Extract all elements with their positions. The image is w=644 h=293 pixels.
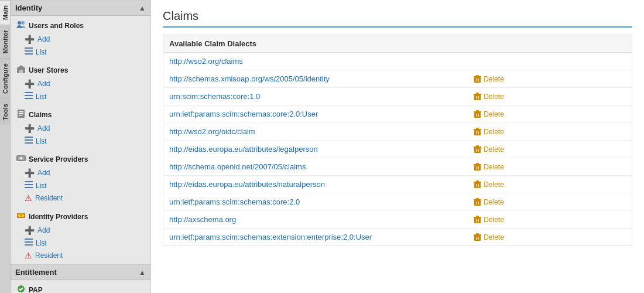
user-stores-label[interactable]: User Stores bbox=[11, 63, 150, 77]
delete-button[interactable]: Delete bbox=[474, 145, 504, 154]
svg-rect-56 bbox=[476, 145, 479, 146]
trash-icon bbox=[474, 92, 481, 101]
svg-point-1 bbox=[21, 21, 25, 25]
claim-url-link[interactable]: http://wso2.org/claims bbox=[169, 57, 243, 66]
users-list-label: List bbox=[36, 48, 47, 56]
users-roles-text: Users and Roles bbox=[29, 22, 84, 30]
delete-button[interactable]: Delete bbox=[474, 162, 504, 171]
sp-text: Service Providers bbox=[29, 155, 88, 163]
svg-rect-74 bbox=[474, 217, 481, 218]
table-row: urn:ietf:params:scim:schemas:core:2.0:Us… bbox=[163, 105, 632, 123]
claims-table: Available Claim Dialects http://wso2.org… bbox=[163, 35, 632, 246]
pap-label[interactable]: PAP bbox=[11, 282, 150, 293]
idp-add-icon: ➕ bbox=[25, 226, 35, 235]
claim-url-link[interactable]: http://schemas.xmlsoap.org/ws/2005/05/id… bbox=[169, 74, 330, 83]
claim-url-link[interactable]: http://eidas.europa.eu/attributes/natura… bbox=[169, 180, 325, 189]
delete-button[interactable]: Delete bbox=[474, 127, 504, 136]
stores-icon bbox=[16, 65, 26, 75]
claims-add-label: Add bbox=[37, 124, 50, 132]
claims-add-item[interactable]: ➕ Add bbox=[11, 122, 150, 135]
sp-label[interactable]: Service Providers bbox=[11, 152, 150, 166]
tab-main[interactable]: Main bbox=[0, 0, 10, 25]
claim-url-link[interactable]: urn:ietf:params:scim:schemas:core:2.0:Us… bbox=[169, 110, 318, 118]
sp-list-item[interactable]: List bbox=[11, 179, 150, 192]
delete-label: Delete bbox=[484, 128, 504, 136]
svg-rect-63 bbox=[478, 166, 479, 169]
svg-rect-36 bbox=[476, 75, 479, 76]
tab-tools[interactable]: Tools bbox=[0, 98, 10, 125]
identity-section-header[interactable]: Identity ▲ bbox=[11, 0, 150, 16]
idp-add-label: Add bbox=[37, 226, 50, 234]
claims-group-label[interactable]: Claims bbox=[11, 107, 150, 122]
delete-button[interactable]: Delete bbox=[474, 110, 504, 118]
svg-rect-50 bbox=[474, 130, 481, 135]
table-row: http://wso2.org/oidc/claimDelete bbox=[163, 123, 632, 141]
svg-rect-22 bbox=[25, 187, 33, 188]
svg-point-19 bbox=[20, 157, 22, 159]
claim-url-link[interactable]: http://eidas.europa.eu/attributes/legalp… bbox=[169, 145, 318, 154]
users-icon bbox=[16, 21, 26, 30]
delete-button[interactable]: Delete bbox=[474, 92, 504, 101]
stores-add-item[interactable]: ➕ Add bbox=[11, 77, 150, 90]
svg-rect-67 bbox=[476, 184, 477, 187]
svg-rect-37 bbox=[476, 79, 477, 81]
idp-list-item[interactable]: List bbox=[11, 237, 150, 249]
entitlement-section-title: Entitlement bbox=[15, 268, 57, 277]
claims-list-icon bbox=[25, 137, 33, 145]
users-add-item[interactable]: ➕ Add bbox=[11, 33, 150, 46]
sp-icon bbox=[16, 154, 26, 164]
svg-rect-75 bbox=[474, 218, 481, 223]
claims-list-item[interactable]: List bbox=[11, 135, 150, 147]
idp-resident-item[interactable]: ⚠ Resident bbox=[11, 249, 150, 262]
svg-rect-26 bbox=[25, 239, 33, 240]
idp-label[interactable]: Identity Providers bbox=[11, 209, 150, 224]
trash-icon bbox=[474, 215, 481, 224]
service-providers-group: Service Providers ➕ Add List ⚠ Resident bbox=[11, 149, 150, 207]
svg-rect-58 bbox=[478, 149, 479, 152]
tab-monitor[interactable]: Monitor bbox=[0, 25, 10, 58]
svg-rect-48 bbox=[478, 114, 479, 117]
claims-group-text: Claims bbox=[29, 111, 52, 119]
users-list-item[interactable]: List bbox=[11, 46, 150, 58]
claim-url-link[interactable]: http://schema.openid.net/2007/05/claims bbox=[169, 162, 306, 171]
svg-rect-61 bbox=[476, 163, 479, 164]
idp-resident-icon: ⚠ bbox=[25, 251, 32, 260]
idp-resident-label: Resident bbox=[35, 251, 63, 260]
users-roles-label[interactable]: Users and Roles bbox=[11, 18, 150, 33]
claim-url-link[interactable]: urn:scim:schemas:core:1.0 bbox=[169, 92, 260, 101]
user-stores-group: User Stores ➕ Add List bbox=[11, 60, 150, 105]
delete-label: Delete bbox=[484, 163, 504, 171]
trash-icon bbox=[474, 145, 481, 154]
table-row: urn:ietf:params:scim:schemas:core:2.0Del… bbox=[163, 193, 632, 211]
sp-list-label: List bbox=[36, 182, 47, 190]
svg-rect-77 bbox=[476, 219, 477, 222]
claim-url-link[interactable]: urn:ietf:params:scim:schemas:extension:e… bbox=[169, 233, 372, 241]
entitlement-section-header[interactable]: Entitlement ▲ bbox=[11, 264, 150, 280]
svg-rect-62 bbox=[476, 166, 477, 169]
delete-button[interactable]: Delete bbox=[474, 74, 504, 83]
delete-button[interactable]: Delete bbox=[474, 197, 504, 206]
svg-rect-14 bbox=[25, 137, 33, 138]
vertical-tab-strip: Main Monitor Configure Tools bbox=[0, 0, 11, 293]
stores-add-icon: ➕ bbox=[25, 79, 35, 88]
claims-icon bbox=[16, 110, 26, 120]
delete-button[interactable]: Delete bbox=[474, 180, 504, 189]
sp-add-item[interactable]: ➕ Add bbox=[11, 166, 150, 179]
svg-rect-35 bbox=[474, 77, 481, 83]
svg-rect-73 bbox=[478, 202, 479, 205]
delete-label: Delete bbox=[484, 233, 504, 241]
claim-url-link[interactable]: http://axschema.org bbox=[169, 215, 236, 224]
sp-resident-item[interactable]: ⚠ Resident bbox=[11, 192, 150, 205]
tab-configure[interactable]: Configure bbox=[0, 58, 10, 98]
svg-rect-52 bbox=[476, 131, 477, 134]
claim-url-link[interactable]: urn:ietf:params:scim:schemas:core:2.0 bbox=[169, 197, 300, 206]
idp-icon bbox=[16, 212, 26, 222]
delete-button[interactable]: Delete bbox=[474, 233, 504, 241]
idp-add-item[interactable]: ➕ Add bbox=[11, 224, 150, 237]
trash-icon bbox=[474, 127, 481, 136]
idp-text: Identity Providers bbox=[29, 213, 88, 221]
svg-rect-13 bbox=[19, 115, 22, 116]
stores-list-item[interactable]: List bbox=[11, 90, 150, 103]
delete-button[interactable]: Delete bbox=[474, 215, 504, 224]
claim-url-link[interactable]: http://wso2.org/oidc/claim bbox=[169, 127, 255, 136]
